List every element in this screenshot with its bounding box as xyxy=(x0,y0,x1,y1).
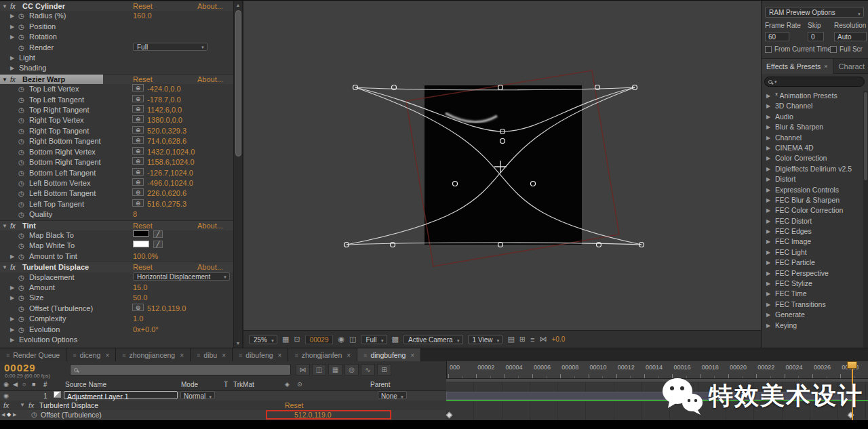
crosshair-button[interactable]: ⊕ xyxy=(132,147,144,155)
stopwatch-icon[interactable]: ◷ xyxy=(18,209,24,220)
stopwatch-icon[interactable]: ◷ xyxy=(18,11,24,21)
effect-param-offset-turbulence[interactable]: ◷Offset (Turbulence)⊕512.0,119.0 xyxy=(0,304,233,314)
twirl-icon[interactable]: ▶ xyxy=(766,258,770,268)
current-frame-display[interactable]: 00029 xyxy=(4,362,36,373)
close-icon[interactable]: × xyxy=(278,349,282,362)
preset-category-distort[interactable]: ▶Distort xyxy=(762,174,863,184)
stopwatch-icon[interactable]: ◷ xyxy=(18,304,24,314)
scroll-down-icon[interactable]: ▼ xyxy=(234,339,242,348)
effect-param-bottom-right-vertex[interactable]: ◷Bottom Right Vertex⊕1432.0,1024.0 xyxy=(0,147,233,157)
about-link[interactable]: About... xyxy=(197,75,223,85)
preset-category-audio[interactable]: ▶Audio xyxy=(762,112,863,122)
param-value[interactable]: 0x+0.0° xyxy=(133,325,159,335)
effect-controls-scrollbar[interactable]: ▲ ▼ xyxy=(233,1,243,348)
stopwatch-icon[interactable]: ◷ xyxy=(18,314,24,324)
effect-param-radius[interactable]: ▶◷Radius (%)160.0 xyxy=(0,11,233,21)
crosshair-button[interactable]: ⊕ xyxy=(132,136,144,144)
twirl-icon[interactable]: ▶ xyxy=(10,63,14,73)
effect-param-evolution-options[interactable]: ▶Evolution Options xyxy=(0,335,233,345)
effect-param-top-left-tangent[interactable]: ◷Top Left Tangent⊕-178.7,0.0 xyxy=(0,95,233,105)
from-current-time-checkbox[interactable] xyxy=(765,46,772,53)
param-value[interactable]: 1158.6,1024.0 xyxy=(147,157,195,167)
param-value[interactable]: 512.0,119.0 xyxy=(147,304,186,314)
preset-category-keying[interactable]: ▶Keying xyxy=(762,321,863,331)
twirl-icon[interactable]: ▶ xyxy=(766,321,770,331)
frame-rate-field[interactable]: 60 xyxy=(765,32,789,41)
preset-category-fec-edges[interactable]: ▶FEC Edges xyxy=(762,226,863,237)
crosshair-button[interactable]: ⊕ xyxy=(132,115,144,123)
color-swatch[interactable] xyxy=(133,230,149,237)
stopwatch-icon[interactable]: ◷ xyxy=(18,188,24,199)
twirl-icon[interactable]: ▶ xyxy=(10,335,14,345)
param-value[interactable]: 50.0 xyxy=(133,293,147,303)
switches-column-icon[interactable]: ◈ xyxy=(285,379,290,390)
effect-header-turbulent-displace[interactable]: ▼fxTurbulent DisplaceResetAbout... xyxy=(0,262,233,272)
twirl-icon[interactable]: ▶ xyxy=(10,11,14,21)
close-icon[interactable]: × xyxy=(410,349,414,362)
stopwatch-icon[interactable]: ◷ xyxy=(18,293,24,303)
stopwatch-icon[interactable]: ◷ xyxy=(18,84,24,94)
ram-preview-options-dropdown[interactable]: RAM Preview Options xyxy=(765,7,864,18)
stopwatch-icon[interactable]: ◷ xyxy=(18,147,24,157)
twirl-icon[interactable]: ▶ xyxy=(10,325,14,335)
eye-column-icon[interactable]: ◉ xyxy=(3,379,9,390)
stopwatch-icon[interactable]: ◷ xyxy=(18,272,24,283)
index-column-header[interactable]: # xyxy=(43,379,47,390)
twirl-icon[interactable]: ▶ xyxy=(766,91,770,101)
twirl-icon[interactable]: ▶ xyxy=(766,153,770,163)
layer-row[interactable]: ◉ 1 Adjustment Layer 1 Normal None xyxy=(0,391,446,401)
skip-field[interactable]: 0 xyxy=(808,32,824,41)
preset-category-generate[interactable]: ▶Generate xyxy=(762,310,863,320)
solo-column-icon[interactable]: ○ xyxy=(22,379,26,390)
about-link[interactable]: About... xyxy=(197,262,223,272)
twirl-icon[interactable]: ▶ xyxy=(766,164,770,174)
effect-param-amount[interactable]: ▶◷Amount15.0 xyxy=(0,283,233,293)
twirl-icon[interactable]: ▼ xyxy=(2,75,7,85)
presets-scrollbar[interactable] xyxy=(863,91,868,348)
timeline-tab-dingbufeng[interactable]: ≡dingbufeng× xyxy=(357,348,421,362)
param-value[interactable]: 1380.0,0.0 xyxy=(147,115,182,125)
reset-link[interactable]: Reset xyxy=(133,75,153,85)
eyedropper-icon[interactable]: ╱ xyxy=(153,230,163,238)
current-time-indicator-handle[interactable] xyxy=(847,361,857,369)
effect-param-right-top-vertex[interactable]: ◷Right Top Vertex⊕1380.0,0.0 xyxy=(0,115,233,125)
stopwatch-icon[interactable]: ◷ xyxy=(31,410,37,420)
crosshair-button[interactable]: ⊕ xyxy=(132,168,144,176)
timeline-tab-zhongjianceng[interactable]: ≡zhongjianceng× xyxy=(116,348,191,362)
twirl-icon[interactable]: ▶ xyxy=(10,251,14,262)
effect-param-shading[interactable]: ▶Shading xyxy=(0,63,233,73)
effect-param-position[interactable]: ▶◷Position xyxy=(0,22,233,32)
comp-frame[interactable] xyxy=(425,85,582,245)
effect-param-evolution[interactable]: ▶◷Evolution0x+0.0° xyxy=(0,325,233,335)
param-value[interactable]: 15.0 xyxy=(133,283,147,293)
twirl-icon[interactable]: ▶ xyxy=(766,268,770,279)
stopwatch-icon[interactable]: ◷ xyxy=(18,283,24,293)
param-value[interactable]: 516.0,275.3 xyxy=(147,199,186,209)
effect-param-render[interactable]: ◷RenderFull▼ xyxy=(0,43,233,53)
stopwatch-icon[interactable]: ◷ xyxy=(18,199,24,209)
fx-badge[interactable]: fx xyxy=(10,1,16,12)
reset-link[interactable]: Reset xyxy=(133,262,153,272)
effect-param-amount-to-tint[interactable]: ▶◷Amount to Tint100.0% xyxy=(0,251,233,262)
exposure-value[interactable]: +0.0 xyxy=(551,335,565,343)
reset-link[interactable]: Reset xyxy=(133,1,153,12)
stopwatch-icon[interactable]: ◷ xyxy=(18,32,24,42)
stopwatch-icon[interactable]: ◷ xyxy=(18,95,24,105)
twirl-icon[interactable]: ▼ xyxy=(2,221,7,231)
effect-param-quality[interactable]: ◷Quality8 xyxy=(0,209,233,220)
stopwatch-icon[interactable]: ◷ xyxy=(18,251,24,262)
effect-param-left-bottom-tangent[interactable]: ◷Left Bottom Tangent⊕226.0,620.6 xyxy=(0,188,233,199)
param-dropdown[interactable]: Horizontal Displacement▼ xyxy=(133,272,230,281)
param-value[interactable]: 226.0,620.6 xyxy=(147,188,186,199)
effect-param-top-right-tangent[interactable]: ◷Top Right Tangent⊕1142.6,0.0 xyxy=(0,105,233,115)
reset-link[interactable]: Reset xyxy=(285,401,303,410)
about-link[interactable]: About... xyxy=(197,221,223,231)
twirl-icon[interactable]: ▶ xyxy=(10,22,14,32)
property-value[interactable]: 512.0,119.0 xyxy=(294,411,332,418)
t-column-header[interactable]: T xyxy=(224,379,228,390)
twirl-icon[interactable]: ▶ xyxy=(766,101,770,111)
eyedropper-icon[interactable]: ╱ xyxy=(153,241,163,248)
preset-category-cinema-4d[interactable]: ▶CINEMA 4D xyxy=(762,143,863,153)
param-value[interactable]: 100.0% xyxy=(133,251,158,262)
twirl-icon[interactable]: ▶ xyxy=(766,237,770,247)
